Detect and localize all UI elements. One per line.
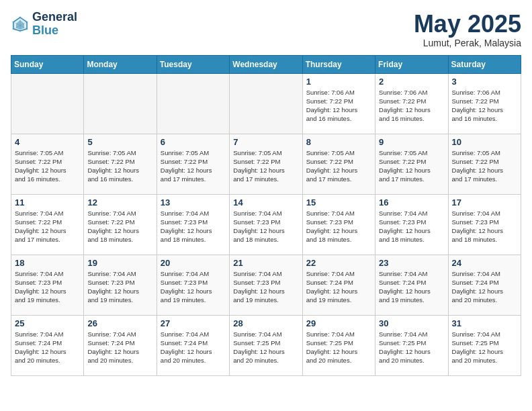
calendar-cell: 28Sunrise: 7:04 AM Sunset: 7:25 PM Dayli… xyxy=(230,315,302,375)
day-info: Sunrise: 7:04 AM Sunset: 7:22 PM Dayligh… xyxy=(87,209,152,244)
day-info: Sunrise: 7:05 AM Sunset: 7:22 PM Dayligh… xyxy=(233,148,298,184)
calendar-cell: 24Sunrise: 7:04 AM Sunset: 7:24 PM Dayli… xyxy=(448,255,521,315)
day-info: Sunrise: 7:05 AM Sunset: 7:22 PM Dayligh… xyxy=(87,148,152,184)
calendar-cell: 23Sunrise: 7:04 AM Sunset: 7:24 PM Dayli… xyxy=(375,255,448,315)
day-number: 6 xyxy=(161,137,226,147)
day-info: Sunrise: 7:04 AM Sunset: 7:24 PM Dayligh… xyxy=(452,269,517,305)
calendar-table: SundayMondayTuesdayWednesdayThursdayFrid… xyxy=(11,55,521,376)
calendar-cell: 2Sunrise: 7:06 AM Sunset: 7:22 PM Daylig… xyxy=(375,73,448,134)
title-block: May 2025 Lumut, Perak, Malaysia xyxy=(414,11,521,48)
calendar-cell: 18Sunrise: 7:04 AM Sunset: 7:23 PM Dayli… xyxy=(11,255,84,315)
day-number: 22 xyxy=(306,258,371,268)
calendar-header-row: SundayMondayTuesdayWednesdayThursdayFrid… xyxy=(11,55,521,73)
calendar-cell: 8Sunrise: 7:05 AM Sunset: 7:22 PM Daylig… xyxy=(302,134,375,194)
day-number: 29 xyxy=(306,318,371,328)
day-info: Sunrise: 7:04 AM Sunset: 7:24 PM Dayligh… xyxy=(379,269,444,305)
day-number: 20 xyxy=(161,258,226,268)
day-number: 26 xyxy=(87,318,152,328)
calendar-cell: 12Sunrise: 7:04 AM Sunset: 7:22 PM Dayli… xyxy=(84,194,157,255)
calendar-cell: 17Sunrise: 7:04 AM Sunset: 7:23 PM Dayli… xyxy=(448,194,521,255)
day-info: Sunrise: 7:04 AM Sunset: 7:25 PM Dayligh… xyxy=(379,330,444,365)
day-number: 21 xyxy=(233,258,298,268)
day-info: Sunrise: 7:04 AM Sunset: 7:24 PM Dayligh… xyxy=(161,330,226,365)
day-number: 18 xyxy=(15,258,80,268)
day-number: 31 xyxy=(452,318,517,328)
calendar-cell: 22Sunrise: 7:04 AM Sunset: 7:24 PM Dayli… xyxy=(302,255,375,315)
calendar-cell xyxy=(84,73,157,134)
day-info: Sunrise: 7:05 AM Sunset: 7:22 PM Dayligh… xyxy=(161,148,226,184)
day-number: 28 xyxy=(233,318,298,328)
calendar-cell: 20Sunrise: 7:04 AM Sunset: 7:23 PM Dayli… xyxy=(157,255,229,315)
calendar-cell: 30Sunrise: 7:04 AM Sunset: 7:25 PM Dayli… xyxy=(375,315,448,375)
day-info: Sunrise: 7:06 AM Sunset: 7:22 PM Dayligh… xyxy=(379,88,444,124)
calendar-cell: 4Sunrise: 7:05 AM Sunset: 7:22 PM Daylig… xyxy=(11,134,84,194)
day-info: Sunrise: 7:04 AM Sunset: 7:25 PM Dayligh… xyxy=(452,330,517,365)
calendar-cell: 31Sunrise: 7:04 AM Sunset: 7:25 PM Dayli… xyxy=(448,315,521,375)
day-info: Sunrise: 7:05 AM Sunset: 7:22 PM Dayligh… xyxy=(379,148,444,184)
logo-line2: Blue xyxy=(32,24,77,38)
weekday-header-thursday: Thursday xyxy=(302,55,375,73)
calendar-cell: 14Sunrise: 7:04 AM Sunset: 7:23 PM Dayli… xyxy=(230,194,302,255)
day-info: Sunrise: 7:05 AM Sunset: 7:22 PM Dayligh… xyxy=(15,148,80,184)
day-info: Sunrise: 7:04 AM Sunset: 7:23 PM Dayligh… xyxy=(233,209,298,244)
day-info: Sunrise: 7:04 AM Sunset: 7:23 PM Dayligh… xyxy=(452,209,517,244)
day-info: Sunrise: 7:04 AM Sunset: 7:25 PM Dayligh… xyxy=(233,330,298,365)
calendar-cell: 3Sunrise: 7:06 AM Sunset: 7:22 PM Daylig… xyxy=(448,73,521,134)
calendar-cell: 16Sunrise: 7:04 AM Sunset: 7:23 PM Dayli… xyxy=(375,194,448,255)
day-info: Sunrise: 7:04 AM Sunset: 7:23 PM Dayligh… xyxy=(379,209,444,244)
day-number: 23 xyxy=(379,258,444,268)
month-title: May 2025 xyxy=(414,11,521,38)
day-info: Sunrise: 7:04 AM Sunset: 7:23 PM Dayligh… xyxy=(161,209,226,244)
day-info: Sunrise: 7:06 AM Sunset: 7:22 PM Dayligh… xyxy=(452,88,517,124)
logo-icon xyxy=(11,15,30,34)
calendar-cell: 6Sunrise: 7:05 AM Sunset: 7:22 PM Daylig… xyxy=(157,134,229,194)
day-info: Sunrise: 7:06 AM Sunset: 7:22 PM Dayligh… xyxy=(306,88,371,124)
calendar-cell xyxy=(11,73,84,134)
location: Lumut, Perak, Malaysia xyxy=(414,38,521,48)
day-number: 5 xyxy=(87,137,152,147)
day-info: Sunrise: 7:05 AM Sunset: 7:22 PM Dayligh… xyxy=(306,148,371,184)
day-info: Sunrise: 7:04 AM Sunset: 7:23 PM Dayligh… xyxy=(306,209,371,244)
day-info: Sunrise: 7:04 AM Sunset: 7:23 PM Dayligh… xyxy=(87,269,152,305)
day-number: 11 xyxy=(15,197,80,208)
day-number: 15 xyxy=(306,197,371,208)
logo-line1: General xyxy=(32,11,77,24)
day-info: Sunrise: 7:04 AM Sunset: 7:24 PM Dayligh… xyxy=(306,269,371,305)
day-number: 7 xyxy=(233,137,298,147)
calendar-week-2: 4Sunrise: 7:05 AM Sunset: 7:22 PM Daylig… xyxy=(11,134,521,194)
day-number: 10 xyxy=(452,137,517,147)
calendar-week-1: 1Sunrise: 7:06 AM Sunset: 7:22 PM Daylig… xyxy=(11,73,521,134)
weekday-header-monday: Monday xyxy=(84,55,157,73)
day-number: 16 xyxy=(379,197,444,208)
day-number: 19 xyxy=(87,258,152,268)
calendar-cell: 19Sunrise: 7:04 AM Sunset: 7:23 PM Dayli… xyxy=(84,255,157,315)
day-info: Sunrise: 7:04 AM Sunset: 7:23 PM Dayligh… xyxy=(233,269,298,305)
calendar-cell: 13Sunrise: 7:04 AM Sunset: 7:23 PM Dayli… xyxy=(157,194,229,255)
calendar-cell: 7Sunrise: 7:05 AM Sunset: 7:22 PM Daylig… xyxy=(230,134,302,194)
day-number: 24 xyxy=(452,258,517,268)
calendar-cell: 5Sunrise: 7:05 AM Sunset: 7:22 PM Daylig… xyxy=(84,134,157,194)
calendar-cell: 9Sunrise: 7:05 AM Sunset: 7:22 PM Daylig… xyxy=(375,134,448,194)
day-number: 2 xyxy=(379,77,444,87)
day-number: 25 xyxy=(15,318,80,328)
calendar-cell: 21Sunrise: 7:04 AM Sunset: 7:23 PM Dayli… xyxy=(230,255,302,315)
day-info: Sunrise: 7:04 AM Sunset: 7:25 PM Dayligh… xyxy=(306,330,371,365)
weekday-header-wednesday: Wednesday xyxy=(230,55,302,73)
day-number: 8 xyxy=(306,137,371,147)
calendar-cell: 15Sunrise: 7:04 AM Sunset: 7:23 PM Dayli… xyxy=(302,194,375,255)
day-info: Sunrise: 7:04 AM Sunset: 7:23 PM Dayligh… xyxy=(15,269,80,305)
day-number: 3 xyxy=(452,77,517,87)
calendar-cell: 27Sunrise: 7:04 AM Sunset: 7:24 PM Dayli… xyxy=(157,315,229,375)
calendar-cell: 29Sunrise: 7:04 AM Sunset: 7:25 PM Dayli… xyxy=(302,315,375,375)
weekday-header-sunday: Sunday xyxy=(11,55,84,73)
calendar-cell: 10Sunrise: 7:05 AM Sunset: 7:22 PM Dayli… xyxy=(448,134,521,194)
calendar-cell: 11Sunrise: 7:04 AM Sunset: 7:22 PM Dayli… xyxy=(11,194,84,255)
weekday-header-tuesday: Tuesday xyxy=(157,55,229,73)
calendar-week-5: 25Sunrise: 7:04 AM Sunset: 7:24 PM Dayli… xyxy=(11,315,521,375)
day-info: Sunrise: 7:04 AM Sunset: 7:24 PM Dayligh… xyxy=(15,330,80,365)
calendar-cell: 26Sunrise: 7:04 AM Sunset: 7:24 PM Dayli… xyxy=(84,315,157,375)
day-number: 17 xyxy=(452,197,517,208)
calendar-cell: 25Sunrise: 7:04 AM Sunset: 7:24 PM Dayli… xyxy=(11,315,84,375)
day-number: 4 xyxy=(15,137,80,147)
calendar-cell: 1Sunrise: 7:06 AM Sunset: 7:22 PM Daylig… xyxy=(302,73,375,134)
